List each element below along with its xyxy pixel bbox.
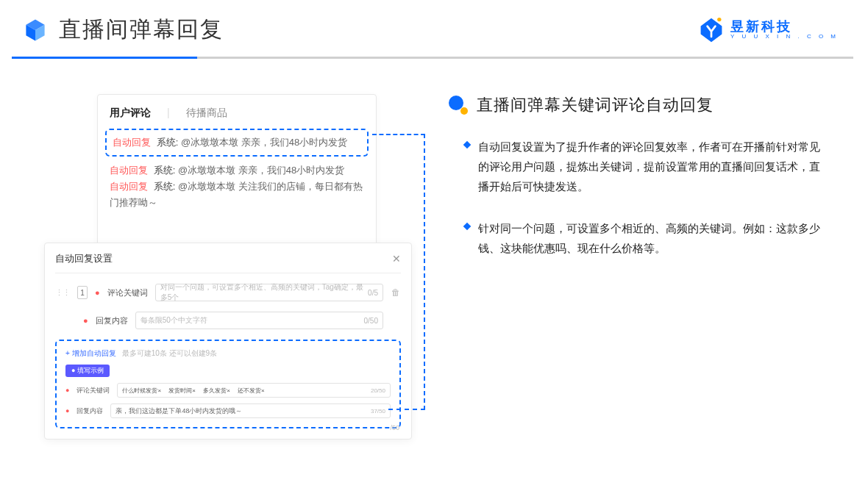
- tab-user-comments[interactable]: 用户评论: [110, 107, 151, 120]
- brand-text: 昱新科技 Y U U X I N . C O M: [730, 20, 839, 40]
- bullet-text: 自动回复设置为了提升作者的评论回复效率，作者可在开播前针对常见的评论用户问题，提…: [478, 137, 824, 196]
- comments-panel: 用户评论 | 待播商品 自动回复 系统: @冰墩墩本墩 亲亲，我们48小时内发货…: [97, 94, 377, 256]
- add-auto-reply-link[interactable]: + 增加自动回复: [65, 348, 116, 359]
- comment-highlighted: 自动回复 系统: @冰墩墩本墩 亲亲，我们48小时内发货: [105, 129, 369, 157]
- cube-icon: [22, 17, 49, 43]
- content: 用户评论 | 待播商品 自动回复 系统: @冰墩墩本墩 亲亲，我们48小时内发货…: [0, 59, 868, 441]
- panel-tabs: 用户评论 | 待播商品: [110, 107, 364, 120]
- system-label: 系统:: [154, 181, 176, 192]
- reply-label: 回复内容: [96, 315, 128, 326]
- example-reply-counter: 37/50: [371, 408, 385, 415]
- required-mark: ●: [95, 288, 100, 297]
- mock-area: 用户评论 | 待播商品 自动回复 系统: @冰墩墩本墩 亲亲，我们48小时内发货…: [44, 81, 419, 441]
- settings-title: 自动回复设置: [55, 252, 113, 265]
- bullet-item: 自动回复设置为了提升作者的评论回复效率，作者可在开播前针对常见的评论用户问题，提…: [463, 137, 824, 196]
- system-label: 系统:: [154, 165, 176, 176]
- drag-icon[interactable]: ⋮⋮: [55, 288, 70, 298]
- title-wrap: 直播间弹幕回复: [22, 15, 224, 45]
- stray-counter: /50: [390, 424, 399, 431]
- comment-text: @冰墩墩本墩 亲亲，我们48小时内发货: [181, 137, 347, 148]
- tag-chip: 什么时候发货× 发货时间× 多久发货× 还不发货×: [122, 387, 264, 395]
- example-pill: ● 填写示例: [65, 365, 110, 377]
- auto-reply-tag: 自动回复: [110, 181, 148, 192]
- example-keyword-counter: 20/50: [371, 387, 385, 394]
- example-reply-label: 回复内容: [77, 406, 103, 416]
- example-keyword-label: 评论关键词: [77, 386, 110, 395]
- example-reply-text: 亲，我们这边都是下单48小时内发货的哦～: [115, 406, 242, 416]
- brand: 昱新科技 Y U U X I N . C O M: [698, 17, 839, 43]
- connector-line: [424, 134, 425, 410]
- reply-counter: 0/50: [364, 317, 378, 325]
- connector-line: [372, 134, 425, 135]
- section-title: 直播间弹幕关键词评论自动回复: [477, 94, 714, 116]
- tab-pending-products[interactable]: 待播商品: [186, 107, 227, 120]
- section-head: 直播间弹幕关键词评论自动回复: [449, 94, 824, 116]
- example-reply-box: 亲，我们这边都是下单48小时内发货的哦～ 37/50: [110, 403, 391, 418]
- page-title: 直播间弹幕回复: [59, 15, 224, 45]
- diamond-icon: [463, 141, 472, 149]
- brand-name-en: Y U U X I N . C O M: [730, 33, 839, 40]
- settings-title-bar: 自动回复设置 ✕: [55, 252, 401, 273]
- required-mark: ●: [83, 316, 88, 325]
- example-reply-row: ● 回复内容 亲，我们这边都是下单48小时内发货的哦～ 37/50: [65, 403, 391, 418]
- tab-divider: |: [167, 107, 170, 120]
- comment-text: @冰墩墩本墩 亲亲，我们48小时内发货: [178, 165, 344, 176]
- auto-reply-tag: 自动回复: [110, 165, 148, 176]
- brand-logo-icon: [698, 17, 725, 43]
- index-number: 1: [77, 286, 88, 299]
- keyword-row: ⋮⋮ 1 ● 评论关键词 对同一个问题，可设置多个相近、高频的关键词，Tag确定…: [55, 284, 401, 301]
- auto-reply-tag: 自动回复: [113, 137, 151, 148]
- delete-icon[interactable]: 🗑: [391, 287, 401, 298]
- keyword-input[interactable]: 对同一个问题，可设置多个相近、高频的关键词，Tag确定，最多5个 0/5: [155, 284, 383, 301]
- keyword-placeholder: 对同一个问题，可设置多个相近、高频的关键词，Tag确定，最多5个: [160, 282, 368, 303]
- keyword-counter: 0/5: [368, 289, 378, 297]
- keyword-label: 评论关键词: [107, 287, 148, 298]
- reply-placeholder: 每条限50个中文字符: [140, 315, 207, 326]
- description-column: 直播间弹幕关键词评论自动回复 自动回复设置为了提升作者的评论回复效率，作者可在开…: [449, 81, 824, 441]
- reply-input[interactable]: 每条限50个中文字符 0/50: [135, 312, 383, 329]
- example-box: + 增加自动回复 最多可建10条 还可以创建9条 ● 填写示例 ● 评论关键词 …: [55, 340, 401, 428]
- example-keyword-row: ● 评论关键词 什么时候发货× 发货时间× 多久发货× 还不发货× 20/50: [65, 383, 391, 398]
- bullet-text: 针对同一个问题，可设置多个相近的、高频的关键词。例如：这款多少钱、这块能优惠吗、…: [478, 218, 824, 258]
- comment-row: 自动回复 系统: @冰墩墩本墩 关注我们的店铺，每日都有热门推荐呦～: [110, 179, 364, 211]
- example-keyword-tags: 什么时候发货× 发货时间× 多久发货× 还不发货×: [122, 387, 264, 395]
- bullet-dots-icon: [449, 96, 468, 115]
- bullet-item: 针对同一个问题，可设置多个相近的、高频的关键词。例如：这款多少钱、这块能优惠吗、…: [463, 218, 824, 258]
- example-keyword-box: 什么时候发货× 发货时间× 多久发货× 还不发货× 20/50: [117, 383, 391, 398]
- add-hint: 最多可建10条 还可以创建9条: [122, 348, 217, 359]
- close-icon[interactable]: ✕: [392, 253, 401, 265]
- bullet-list: 自动回复设置为了提升作者的评论回复效率，作者可在开播前针对常见的评论用户问题，提…: [449, 137, 824, 258]
- system-label: 系统:: [157, 137, 179, 148]
- auto-reply-settings-panel: 自动回复设置 ✕ ⋮⋮ 1 ● 评论关键词 对同一个问题，可设置多个相近、高频的…: [44, 243, 412, 439]
- page-header: 直播间弹幕回复 昱新科技 Y U U X I N . C O M: [0, 0, 868, 45]
- reply-row: ● 回复内容 每条限50个中文字符 0/50: [55, 312, 401, 329]
- svg-point-0: [717, 17, 721, 21]
- comment-row: 自动回复 系统: @冰墩墩本墩 亲亲，我们48小时内发货: [110, 162, 364, 179]
- diamond-icon: [463, 223, 472, 231]
- brand-name-cn: 昱新科技: [730, 20, 839, 33]
- add-auto-reply-line: + 增加自动回复 最多可建10条 还可以创建9条: [65, 348, 391, 359]
